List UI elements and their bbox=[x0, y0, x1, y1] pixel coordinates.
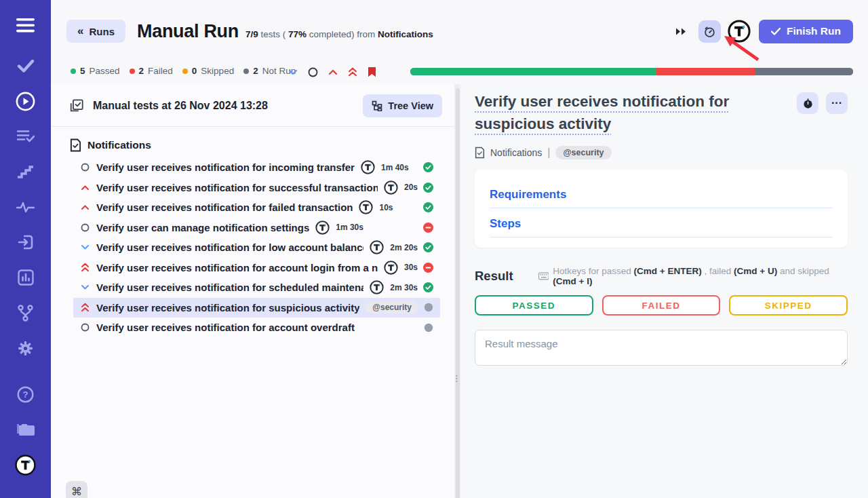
test-list-panel: Manual tests at 26 Nov 2024 13:28 Tree V… bbox=[51, 84, 454, 498]
hotkey-skipped: (Cmd + I) bbox=[553, 276, 592, 286]
scrollbar-thumb[interactable] bbox=[456, 88, 460, 498]
test-row[interactable]: Verify user can manage notification sett… bbox=[73, 218, 440, 238]
test-row-selected[interactable]: Verify user receives notification for su… bbox=[73, 298, 440, 318]
status-summary: 5Passed 2Failed 0Skipped 2Not Run bbox=[71, 66, 296, 76]
status-passed-icon bbox=[418, 162, 433, 172]
back-to-runs-button[interactable]: « Runs bbox=[66, 20, 125, 43]
detail-timer-button[interactable] bbox=[797, 92, 818, 114]
test-title: Verify user receives notification for ac… bbox=[96, 322, 355, 333]
test-row[interactable]: Verify user receives notification for in… bbox=[73, 157, 440, 178]
runs-play-icon[interactable] bbox=[14, 92, 37, 110]
checklist-icon bbox=[69, 98, 84, 113]
menu-icon[interactable] bbox=[14, 16, 37, 34]
test-duration: 2m 30s bbox=[390, 283, 418, 292]
more-options-button[interactable]: ··· bbox=[826, 92, 848, 114]
command-icon: ⌘ bbox=[71, 485, 82, 498]
suite-group-header[interactable]: Notifications bbox=[51, 127, 454, 157]
test-title: Verify user receives notification for ac… bbox=[96, 262, 378, 273]
detail-test-title[interactable]: Verify user receives notification for su… bbox=[475, 90, 797, 135]
test-row[interactable]: Verify user receives notification for fa… bbox=[73, 197, 440, 218]
skipped-dot bbox=[182, 69, 188, 74]
failed-summary: 2Failed bbox=[130, 66, 173, 76]
hotkeys-hint: Hotkeys for passed (Cmd + ENTER) , faile… bbox=[538, 266, 848, 286]
passed-button[interactable]: PASSED bbox=[475, 295, 593, 315]
page-title: Manual Run bbox=[137, 21, 239, 42]
priority-filters bbox=[288, 66, 376, 77]
test-row[interactable]: Verify user receives notification for ac… bbox=[73, 318, 440, 338]
run-panel-title: Manual tests at 26 Nov 2024 13:28 bbox=[93, 100, 268, 112]
notrun-dot bbox=[243, 69, 249, 74]
double-chevron-up-icon[interactable] bbox=[348, 67, 357, 77]
test-detail-panel: Verify user receives notification for su… bbox=[467, 84, 868, 498]
analytics-icon[interactable] bbox=[14, 269, 37, 286]
hotkeys-cmd-badge[interactable]: ⌘ bbox=[66, 481, 87, 498]
bookmark-icon[interactable] bbox=[368, 66, 376, 77]
passed-summary: 5Passed bbox=[71, 66, 120, 76]
testomat-logo-icon bbox=[361, 160, 375, 174]
chevron-up-icon[interactable] bbox=[328, 69, 338, 75]
test-title: Verify user can manage notification sett… bbox=[96, 222, 309, 233]
hotkey-passed: (Cmd + ENTER) bbox=[634, 266, 702, 276]
skipped-summary: 0Skipped bbox=[182, 66, 234, 76]
run-stats: 7/9 tests ( 77% completed) from Notifica… bbox=[245, 29, 433, 39]
priority-critical-icon bbox=[80, 303, 90, 312]
timer-button[interactable] bbox=[698, 20, 721, 43]
priority-normal-icon bbox=[80, 323, 90, 332]
fast-forward-icon[interactable] bbox=[673, 24, 689, 39]
tree-view-label: Tree View bbox=[388, 100, 433, 111]
status-notrun-icon bbox=[418, 303, 433, 312]
test-duration: 1m 30s bbox=[336, 223, 363, 232]
import-icon[interactable] bbox=[14, 233, 37, 251]
suite-document-icon bbox=[70, 138, 81, 152]
branches-icon[interactable] bbox=[14, 304, 37, 322]
priority-low-icon bbox=[80, 244, 90, 250]
test-row[interactable]: Verify user receives notification for sc… bbox=[73, 277, 440, 298]
testomat-logo-icon bbox=[370, 240, 384, 254]
testomat-logo-icon bbox=[384, 180, 398, 195]
help-icon[interactable]: ? bbox=[14, 385, 37, 403]
sections-card: Requirements Steps bbox=[475, 170, 848, 248]
test-title: Verify user receives notification for fa… bbox=[96, 202, 353, 213]
testomat-logo-icon[interactable] bbox=[14, 456, 37, 474]
chevron-down-icon[interactable] bbox=[288, 69, 298, 75]
test-title: Verify user receives notification for su… bbox=[96, 182, 378, 193]
completed-pct: 77% bbox=[288, 29, 307, 39]
breadcrumb-suite[interactable]: Notifications bbox=[490, 147, 542, 158]
section-steps[interactable]: Steps bbox=[490, 217, 833, 237]
tests-ratio: 7/9 bbox=[245, 29, 258, 39]
tests-check-icon[interactable] bbox=[14, 57, 37, 75]
status-failed-icon bbox=[418, 223, 433, 233]
settings-gear-icon[interactable] bbox=[14, 339, 37, 357]
failed-button[interactable]: FAILED bbox=[602, 295, 721, 315]
testomat-logo-icon bbox=[315, 221, 330, 235]
test-row[interactable]: Verify user receives notification for ac… bbox=[73, 258, 440, 278]
account-logo-button[interactable] bbox=[728, 20, 751, 43]
skipped-button[interactable]: SKIPPED bbox=[729, 295, 848, 315]
keyboard-icon bbox=[538, 272, 549, 280]
priority-high-icon bbox=[80, 185, 90, 191]
test-duration: 2m 20s bbox=[390, 243, 418, 252]
status-passed-icon bbox=[418, 282, 433, 292]
testomat-logo-icon bbox=[728, 20, 751, 43]
document-icon bbox=[475, 147, 485, 159]
hotkey-failed: (Cmd + U) bbox=[734, 266, 777, 276]
projects-folder-icon[interactable] bbox=[14, 421, 37, 438]
section-requirements[interactable]: Requirements bbox=[490, 188, 833, 208]
pulse-icon[interactable] bbox=[14, 198, 37, 216]
result-message-input[interactable] bbox=[475, 330, 848, 366]
test-tag[interactable]: @security bbox=[366, 301, 418, 313]
verdict-buttons: PASSED FAILED SKIPPED bbox=[475, 295, 848, 315]
status-passed-icon bbox=[418, 183, 433, 193]
panel-divider-scrollbar[interactable]: ••• bbox=[454, 84, 460, 498]
stopwatch-icon bbox=[703, 25, 716, 38]
status-failed-icon bbox=[418, 263, 433, 273]
steps-icon[interactable] bbox=[14, 163, 37, 180]
test-row[interactable]: Verify user receives notification for lo… bbox=[73, 237, 440, 258]
test-plans-icon[interactable] bbox=[14, 128, 37, 145]
tree-view-button[interactable]: Tree View bbox=[363, 94, 442, 117]
finish-run-button[interactable]: Finish Run bbox=[759, 20, 853, 43]
circle-outline-icon[interactable] bbox=[308, 67, 318, 77]
test-row[interactable]: Verify user receives notification for su… bbox=[73, 178, 440, 198]
sidebar: ? bbox=[0, 0, 51, 498]
detail-tag[interactable]: @security bbox=[555, 146, 611, 159]
